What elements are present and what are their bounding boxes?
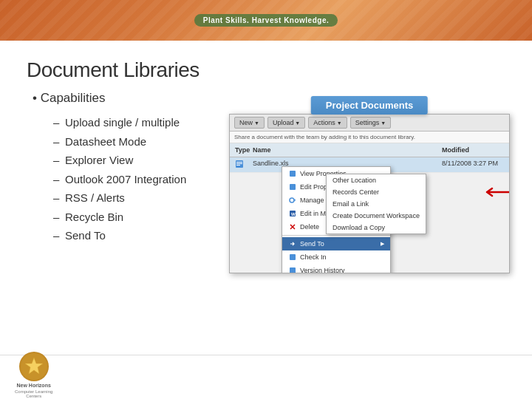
edit-prop-icon xyxy=(288,183,297,191)
library-description: Share a document with the team by adding… xyxy=(230,132,509,143)
logo-company-name: New Horizons xyxy=(17,383,51,389)
row-type-icon xyxy=(233,158,250,171)
svg-text:W: W xyxy=(291,212,296,216)
cm-send-to[interactable]: Send To xyxy=(282,237,390,250)
banner-pill: Plant Skills. Harvest Knowledge. xyxy=(194,14,338,27)
svg-rect-7 xyxy=(293,200,296,201)
submenu: Other Location Records Center Email a Li… xyxy=(326,174,426,234)
svg-rect-1 xyxy=(236,162,242,163)
check-in-icon xyxy=(288,253,297,262)
word-icon: W xyxy=(288,209,297,218)
submenu-records-center[interactable]: Records Center xyxy=(327,186,426,198)
cm-check-in[interactable]: Check In xyxy=(282,250,390,264)
send-to-icon xyxy=(288,239,297,248)
top-banner: Plant Skills. Harvest Knowledge. xyxy=(0,0,532,41)
submenu-download-copy[interactable]: Download a Copy xyxy=(327,222,426,233)
bullet-symbol: • xyxy=(33,91,37,105)
logo-circle xyxy=(19,352,49,381)
col-type: Type xyxy=(233,145,250,155)
new-button[interactable]: New xyxy=(234,117,265,129)
view-icon xyxy=(288,169,297,178)
screenshot-area: Project Documents New Upload Actions Set… xyxy=(229,103,510,273)
logo-subtitle: Computer Learning Centers xyxy=(15,389,52,398)
row-modified: 8/11/2008 3:27 PM xyxy=(440,158,506,171)
project-docs-label: Project Documents xyxy=(311,96,428,115)
delete-icon xyxy=(288,222,297,231)
col-modified: Modified xyxy=(440,145,506,155)
red-arrow xyxy=(483,185,510,202)
svg-rect-4 xyxy=(290,171,296,177)
submenu-email-link[interactable]: Email a Link xyxy=(327,198,426,210)
svg-rect-13 xyxy=(290,267,296,273)
svg-rect-5 xyxy=(290,184,296,190)
submenu-other-location[interactable]: Other Location xyxy=(327,174,426,186)
window-toolbar: New Upload Actions Settings xyxy=(230,115,509,132)
cm-version-history[interactable]: Version History xyxy=(282,264,390,273)
svg-rect-3 xyxy=(236,165,240,166)
context-menu-separator xyxy=(282,235,390,236)
submenu-create-workspace[interactable]: Create Document Workspace xyxy=(327,210,426,222)
upload-button[interactable]: Upload xyxy=(267,117,305,129)
settings-button[interactable]: Settings xyxy=(350,117,391,129)
bottom-footer: New Horizons Computer Learning Centers O… xyxy=(0,355,532,399)
key-icon xyxy=(288,196,297,205)
svg-rect-12 xyxy=(290,254,296,260)
col-name: Name xyxy=(250,145,440,155)
page-title: Document Libraries xyxy=(27,58,505,82)
capabilities-label: Capabilities xyxy=(41,91,106,105)
actions-button[interactable]: Actions xyxy=(308,117,347,129)
version-icon xyxy=(288,266,297,273)
logo-area: New Horizons Computer Learning Centers O… xyxy=(15,352,52,399)
screenshot-window: New Upload Actions Settings Share a docu… xyxy=(229,114,510,273)
table-header: Type Name Modified xyxy=(230,143,509,157)
svg-rect-2 xyxy=(236,163,242,164)
